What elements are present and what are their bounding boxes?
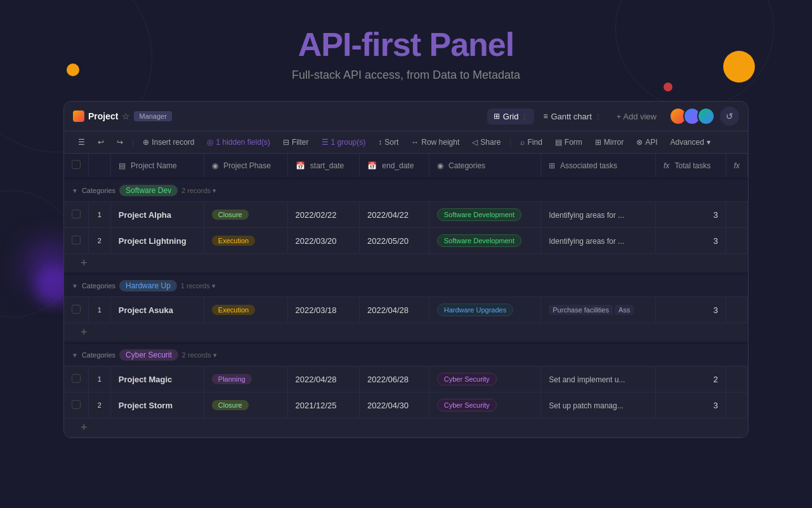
- grid-tab-dots[interactable]: ⋮: [521, 113, 528, 120]
- col-project-phase[interactable]: ◉ Project Phase: [204, 154, 287, 178]
- col-project-name[interactable]: ▤ Project Name: [110, 154, 204, 178]
- row-number: 2: [89, 228, 111, 254]
- table-row[interactable]: 2 Project Lightning Execution 2022/03/20…: [64, 228, 748, 254]
- col-end-label: end_date: [382, 161, 414, 170]
- phase-badge: Execution: [212, 305, 255, 315]
- table-row[interactable]: 1 Project Asuka Execution 2022/03/18 202…: [64, 297, 748, 323]
- category-cell: Cyber Security: [429, 366, 541, 392]
- associated-task-cell: Identifying areas for ...: [541, 228, 656, 254]
- add-row-row: +: [64, 254, 748, 274]
- group-row-hardware-up[interactable]: ▼ Categories Hardware Up 1 records ▾: [64, 274, 748, 297]
- row-checkbox[interactable]: [72, 374, 81, 383]
- chevron-down-icon: ▾: [707, 138, 710, 147]
- col-phase-icon: ◉: [212, 161, 218, 170]
- col-project-name-label: Project Name: [131, 161, 177, 170]
- category-badge: Software Development: [437, 208, 521, 221]
- mirror-label: Mirror: [604, 138, 624, 147]
- col-total-tasks[interactable]: fx Total tasks: [655, 154, 726, 178]
- col-extra[interactable]: fx: [726, 154, 747, 178]
- col-categories[interactable]: ◉ Categories: [429, 154, 541, 178]
- col-end-date[interactable]: 📅 end_date: [359, 154, 429, 178]
- main-table: ▤ Project Name ◉ Project Phase 📅 start_d…: [64, 154, 748, 438]
- title-accent: Panel: [429, 26, 514, 63]
- toolbar-redo[interactable]: ↪: [112, 135, 128, 149]
- row-number: 1: [89, 366, 111, 392]
- find-label: Find: [527, 138, 542, 147]
- col-start-date[interactable]: 📅 start_date: [287, 154, 359, 178]
- form-button[interactable]: ▤ Form: [550, 135, 587, 149]
- project-name-label: Project: [88, 111, 118, 121]
- row-height-label: Row height: [421, 138, 459, 147]
- phase-cell: Closure: [204, 392, 287, 418]
- table-header: ▤ Project Name ◉ Project Phase 📅 start_d…: [64, 154, 748, 178]
- start-date-cell: 2022/02/22: [287, 202, 359, 228]
- add-view-button[interactable]: + Add view: [610, 109, 663, 124]
- filter-icon: ⊟: [283, 138, 289, 147]
- advanced-label: Advanced: [670, 138, 704, 147]
- row-checkbox[interactable]: [72, 305, 81, 314]
- api-button[interactable]: ⊗ API: [631, 135, 662, 149]
- task-chip: Purchase facilities: [549, 305, 613, 315]
- table-row[interactable]: 1 Project Magic Planning 2022/04/28 2022…: [64, 366, 748, 392]
- hidden-fields-button[interactable]: ◎ 1 hidden field(s): [202, 135, 275, 149]
- group-icon: ☰: [322, 138, 329, 147]
- col-project-name-icon: ▤: [119, 161, 126, 170]
- toolbar-undo[interactable]: ↩: [93, 135, 109, 149]
- group-button[interactable]: ☰ 1 group(s): [317, 135, 371, 149]
- group-row-cyber-security[interactable]: ▼ Categories Cyber Securit 2 records ▾: [64, 343, 748, 366]
- toolbar-sidebar-toggle[interactable]: ☰: [73, 135, 90, 149]
- tab-grid[interactable]: ⊞ Grid ⋮: [487, 109, 535, 124]
- share-button[interactable]: ◁ Share: [467, 135, 506, 149]
- sort-button[interactable]: ↕ Sort: [373, 135, 403, 149]
- add-row-button[interactable]: +: [73, 417, 95, 438]
- phase-badge: Execution: [212, 236, 255, 246]
- group-row-software-dev[interactable]: ▼ Categories Software Dev 2 records ▾: [64, 178, 748, 202]
- gantt-icon: ≡: [543, 112, 547, 121]
- col-cat-icon: ◉: [437, 161, 443, 170]
- associated-task-cell: Identifying areas for ...: [541, 202, 656, 228]
- extra-cell: [726, 202, 747, 228]
- avatar-3: [697, 107, 715, 125]
- tab-gantt[interactable]: ≡ Gantt chart ⋮: [537, 109, 607, 124]
- share-icon: ◁: [472, 138, 478, 147]
- refresh-button[interactable]: ↺: [720, 107, 739, 126]
- table-row[interactable]: 2 Project Storm Closure 2021/12/25 2022/…: [64, 392, 748, 418]
- grid-icon: ⊞: [494, 112, 500, 121]
- extra-cell: [726, 366, 747, 392]
- row-checkbox[interactable]: [72, 210, 81, 218]
- col-associated-tasks[interactable]: ⊞ Associated tasks: [541, 154, 656, 178]
- row-checkbox[interactable]: [72, 400, 81, 409]
- associated-task-cell: Purchase facilitiesAss: [541, 297, 656, 323]
- project-color-icon: [73, 110, 84, 122]
- advanced-button[interactable]: Advanced ▾: [665, 135, 715, 149]
- eye-icon: ◎: [207, 138, 213, 147]
- mirror-icon: ⊞: [595, 138, 601, 147]
- category-cell: Software Development: [429, 202, 541, 228]
- category-badge: Cyber Security: [437, 399, 497, 411]
- insert-record-button[interactable]: ⊕ Insert record: [138, 135, 199, 149]
- add-row-button[interactable]: +: [73, 253, 95, 273]
- row-height-button[interactable]: ↔ Row height: [406, 135, 464, 149]
- row-checkbox[interactable]: [72, 236, 81, 244]
- mirror-button[interactable]: ⊞ Mirror: [590, 135, 629, 149]
- gantt-tab-dots[interactable]: ⋮: [595, 113, 601, 120]
- filter-button[interactable]: ⊟ Filter: [278, 135, 314, 149]
- star-icon[interactable]: ☆: [122, 111, 130, 121]
- group-records-count: 2 records ▾: [182, 351, 217, 359]
- add-row-button[interactable]: +: [73, 322, 95, 342]
- col-phase-label: Project Phase: [223, 161, 271, 170]
- group-name-badge: Cyber Securit: [119, 349, 178, 361]
- end-date-cell: 2022/04/22: [359, 202, 429, 228]
- row-checkbox-cell: [64, 297, 89, 323]
- row-number: 2: [89, 392, 111, 418]
- extra-cell: [726, 228, 747, 254]
- project-name-cell: Project Asuka: [110, 297, 204, 323]
- find-button[interactable]: ⌕ Find: [515, 135, 547, 149]
- col-total-icon: fx: [664, 161, 669, 170]
- table-body: ▼ Categories Software Dev 2 records ▾ 1 …: [64, 178, 748, 438]
- insert-record-label: Insert record: [152, 138, 194, 147]
- extra-cell: [726, 392, 747, 418]
- extra-cell: [726, 297, 747, 323]
- project-title-area: Project ☆ Manager: [73, 110, 481, 122]
- table-row[interactable]: 1 Project Alpha Closure 2022/02/22 2022/…: [64, 202, 748, 228]
